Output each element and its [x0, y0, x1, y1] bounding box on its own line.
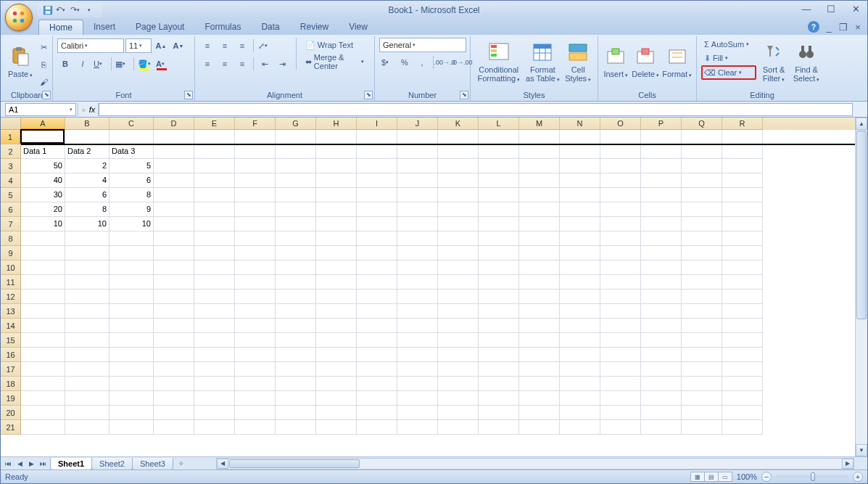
row-header[interactable]: 12	[1, 290, 21, 304]
column-header[interactable]: Q	[682, 118, 722, 130]
cell[interactable]	[276, 406, 316, 420]
cell[interactable]	[397, 159, 438, 173]
column-header[interactable]: G	[276, 118, 316, 130]
cell[interactable]	[519, 275, 560, 290]
cell[interactable]	[276, 217, 316, 231]
cell[interactable]	[397, 130, 438, 144]
cell[interactable]	[479, 362, 519, 377]
cell[interactable]	[357, 261, 397, 275]
cell[interactable]	[194, 159, 235, 173]
cell[interactable]	[109, 130, 154, 144]
cell[interactable]	[109, 391, 154, 406]
cell[interactable]	[519, 217, 560, 231]
cell[interactable]	[276, 275, 316, 290]
cell[interactable]	[722, 420, 763, 435]
cell[interactable]	[641, 261, 682, 275]
cell[interactable]	[722, 362, 763, 377]
cell[interactable]	[316, 319, 357, 333]
cell[interactable]	[560, 173, 600, 188]
cell[interactable]	[479, 304, 519, 319]
align-right-icon[interactable]: ≡	[234, 56, 250, 72]
cell[interactable]	[560, 261, 600, 275]
cell[interactable]	[276, 144, 316, 159]
cell[interactable]: 10	[109, 217, 154, 231]
cell-styles-button[interactable]: Cell Styles	[563, 38, 593, 86]
cell[interactable]	[65, 261, 109, 275]
row-header[interactable]: 16	[1, 348, 21, 362]
cell[interactable]	[600, 159, 641, 173]
vertical-scrollbar[interactable]: ▲ ▼	[855, 118, 867, 456]
cell[interactable]	[641, 333, 682, 348]
cell[interactable]	[154, 420, 194, 435]
cell[interactable]	[21, 348, 65, 362]
cell[interactable]	[519, 391, 560, 406]
cell[interactable]	[722, 261, 763, 275]
scroll-up-icon[interactable]: ▲	[856, 118, 867, 130]
cell[interactable]	[600, 333, 641, 348]
sort-filter-button[interactable]: Sort & Filter	[759, 38, 788, 86]
cell[interactable]	[479, 188, 519, 202]
next-sheet-icon[interactable]: ▶	[25, 458, 37, 469]
cell[interactable]	[235, 377, 276, 391]
cell[interactable]	[682, 202, 722, 217]
cell[interactable]	[235, 188, 276, 202]
cell[interactable]: 40	[21, 173, 65, 188]
column-header[interactable]: L	[479, 118, 519, 130]
cell[interactable]	[154, 173, 194, 188]
cell[interactable]	[357, 246, 397, 261]
column-header[interactable]: I	[357, 118, 397, 130]
cell[interactable]	[479, 333, 519, 348]
cell[interactable]	[154, 304, 194, 319]
conditional-formatting-button[interactable]: Conditional Formatting	[475, 38, 523, 86]
cell[interactable]	[641, 290, 682, 304]
column-header[interactable]: K	[438, 118, 479, 130]
cell[interactable]	[154, 217, 194, 231]
hscroll-thumb[interactable]	[229, 459, 360, 468]
cell[interactable]	[682, 420, 722, 435]
row-header[interactable]: 19	[1, 391, 21, 406]
tab-insert[interactable]: Insert	[83, 20, 125, 35]
tab-review[interactable]: Review	[290, 20, 339, 35]
cell[interactable]	[479, 217, 519, 231]
cell[interactable]	[316, 290, 357, 304]
cell[interactable]	[235, 333, 276, 348]
cell[interactable]	[357, 144, 397, 159]
row-header[interactable]: 1	[1, 130, 21, 144]
cell[interactable]	[682, 348, 722, 362]
cell[interactable]	[397, 202, 438, 217]
cell[interactable]: 5	[109, 159, 154, 173]
cell[interactable]	[519, 362, 560, 377]
cell[interactable]	[600, 202, 641, 217]
cell[interactable]	[316, 231, 357, 246]
tab-formulas[interactable]: Formulas	[194, 20, 251, 35]
font-dialog-launcher[interactable]: ⬊	[184, 91, 193, 99]
cell[interactable]	[21, 231, 65, 246]
cell[interactable]	[722, 391, 763, 406]
column-header[interactable]: A	[21, 118, 65, 130]
formula-input[interactable]	[99, 103, 853, 116]
cell[interactable]	[154, 275, 194, 290]
cell[interactable]	[600, 290, 641, 304]
cell[interactable]	[560, 333, 600, 348]
cell[interactable]	[641, 275, 682, 290]
cell[interactable]	[154, 406, 194, 420]
fill-button[interactable]: ⬇Fill▾	[701, 52, 756, 65]
cell[interactable]: 10	[65, 217, 109, 231]
cell[interactable]	[316, 304, 357, 319]
prev-sheet-icon[interactable]: ◀	[14, 458, 25, 469]
doc-restore-icon[interactable]: ❐	[838, 20, 848, 33]
cell[interactable]	[235, 261, 276, 275]
cell[interactable]	[154, 188, 194, 202]
cell[interactable]	[194, 391, 235, 406]
cell[interactable]	[235, 275, 276, 290]
column-header[interactable]: M	[519, 118, 560, 130]
row-header[interactable]: 20	[1, 406, 21, 420]
cell[interactable]	[316, 377, 357, 391]
cell[interactable]	[316, 246, 357, 261]
column-header[interactable]: C	[109, 118, 154, 130]
horizontal-scrollbar[interactable]: ◀ ▶	[216, 458, 854, 469]
cell[interactable]	[682, 188, 722, 202]
cell[interactable]	[397, 261, 438, 275]
doc-close-icon[interactable]: ×	[853, 20, 863, 33]
cell[interactable]	[519, 420, 560, 435]
